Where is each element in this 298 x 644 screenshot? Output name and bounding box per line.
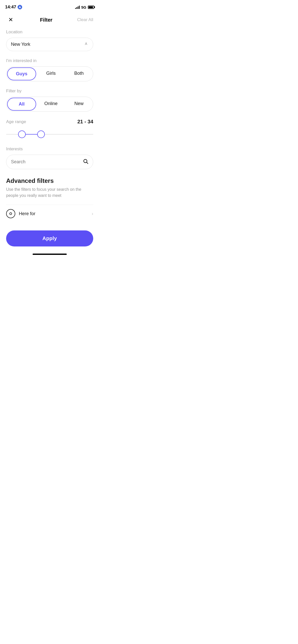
status-right: 5G	[75, 5, 94, 9]
here-for-left: Here for	[6, 209, 35, 218]
svg-marker-0	[19, 6, 21, 8]
here-for-row[interactable]: Here for ›	[6, 205, 93, 222]
advanced-filters-section: Advanced filters Use the filters to focu…	[0, 177, 99, 222]
status-bar: 14:47 5G	[0, 0, 99, 13]
toggle-guys[interactable]: Guys	[7, 67, 36, 80]
toggle-both[interactable]: Both	[65, 67, 93, 81]
filter-content: Location New York I'm interested in Guys…	[0, 30, 99, 169]
location-arrow-icon	[84, 41, 88, 47]
status-time: 14:47	[5, 5, 22, 10]
apply-btn-container: Apply	[0, 227, 99, 252]
close-icon: ✕	[8, 17, 13, 23]
interests-search-input[interactable]	[11, 159, 83, 165]
interests-search-wrapper[interactable]	[6, 155, 93, 169]
interested-in-toggle-group: Guys Girls Both	[6, 66, 93, 81]
toggle-new[interactable]: New	[65, 97, 93, 111]
home-indicator	[0, 252, 99, 256]
apply-button[interactable]: Apply	[6, 230, 93, 246]
location-label: Location	[6, 30, 93, 35]
age-range-label: Age range	[6, 119, 26, 124]
location-input-wrapper[interactable]: New York	[6, 38, 93, 51]
toggle-girls[interactable]: Girls	[37, 67, 65, 81]
filter-by-label: Filter by	[6, 89, 93, 94]
advanced-filters-title: Advanced filters	[6, 177, 93, 184]
close-button[interactable]: ✕	[6, 15, 15, 24]
location-status-icon	[18, 5, 22, 9]
time-display: 14:47	[5, 5, 16, 10]
header-title: Filter	[40, 17, 52, 23]
interested-in-label: I'm interested in	[6, 58, 93, 63]
home-indicator-bar	[33, 254, 67, 255]
here-for-label: Here for	[19, 211, 35, 216]
age-range-slider[interactable]	[6, 129, 93, 139]
toggle-online[interactable]: Online	[37, 97, 65, 111]
toggle-all[interactable]: All	[7, 98, 36, 111]
advanced-filters-desc: Use the filters to focus your search on …	[6, 186, 93, 199]
svg-line-2	[87, 162, 88, 164]
search-icon	[83, 158, 88, 165]
chevron-right-icon: ›	[92, 211, 93, 216]
here-for-inner-dot	[9, 212, 12, 215]
battery-icon	[88, 6, 94, 9]
signal-bars	[75, 6, 80, 9]
network-type: 5G	[81, 5, 86, 9]
here-for-icon	[6, 209, 15, 218]
filter-header: ✕ Filter Clear All	[0, 13, 99, 30]
location-value: New York	[11, 42, 84, 47]
age-range-header: Age range 21 - 34	[6, 119, 93, 125]
age-range-values: 21 - 34	[77, 119, 93, 125]
interests-label: Interests	[6, 147, 93, 152]
filter-by-toggle-group: All Online New	[6, 97, 93, 112]
slider-thumb-min[interactable]	[18, 130, 26, 138]
slider-thumb-max[interactable]	[37, 130, 45, 138]
clear-all-button[interactable]: Clear All	[77, 17, 93, 22]
